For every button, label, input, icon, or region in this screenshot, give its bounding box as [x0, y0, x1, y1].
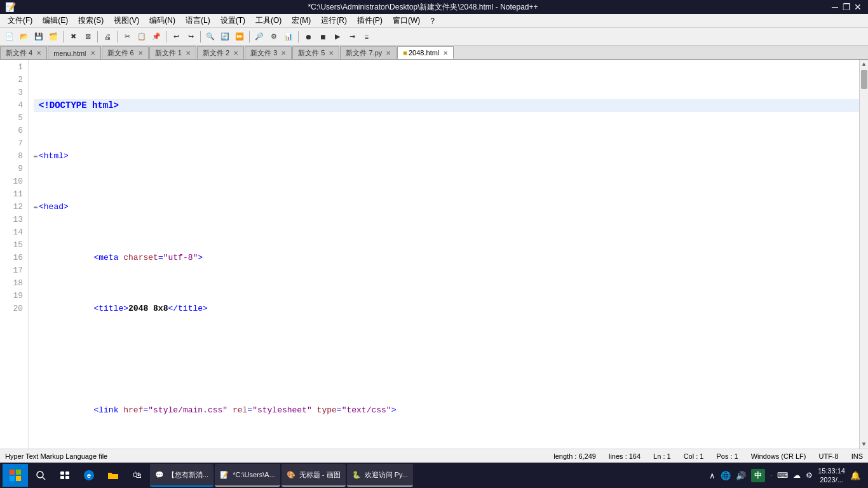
tab-newfile6[interactable]: 新文件 6 ✕: [102, 46, 149, 59]
tab-close-newfile6[interactable]: ✕: [137, 50, 144, 57]
toolbar-btn-extra3[interactable]: ≡: [360, 30, 374, 44]
tab-newfile1[interactable]: 新文件 1 ✕: [149, 46, 196, 59]
toolbar-cut[interactable]: ✂: [120, 30, 134, 44]
code-line-5[interactable]: <title>2048 8x8</title>: [34, 302, 859, 315]
toolbar-btn-macro1[interactable]: ⏺: [301, 30, 315, 44]
tray-notification[interactable]: 🔔: [850, 471, 860, 480]
taskbar-app-paint-icon: 🎨: [287, 471, 295, 479]
taskbar-app-paint[interactable]: 🎨 无标题 - 画图: [281, 464, 346, 487]
tab-close-newfile4[interactable]: ✕: [35, 50, 43, 57]
toolbar-replace[interactable]: 🔄: [218, 30, 232, 44]
code-line-7[interactable]: <link href="style/main.css" rel="stylesh…: [34, 404, 859, 417]
scrollbar-down-arrow[interactable]: ▼: [860, 440, 868, 449]
taskbar-folder[interactable]: [102, 464, 125, 487]
tab-close-newfile5[interactable]: ✕: [327, 50, 335, 57]
ime-settings[interactable]: ⚙: [806, 471, 813, 480]
taskbar-search[interactable]: [29, 464, 52, 487]
edge-icon: e: [83, 470, 95, 481]
ime-cloud[interactable]: ☁: [793, 471, 801, 480]
line-num-13: 13: [0, 214, 23, 226]
code-line-1[interactable]: <!DOCTYPE html>: [34, 99, 859, 112]
start-button[interactable]: [3, 464, 28, 487]
code-line-3[interactable]: ▬ <head>: [34, 201, 859, 214]
ime-keyboard[interactable]: ⌨: [777, 471, 788, 480]
toolbar-print[interactable]: 🖨: [100, 30, 114, 44]
menu-language[interactable]: 语言(L): [180, 14, 215, 27]
tray-network[interactable]: 🌐: [721, 471, 731, 480]
ime-punctuation[interactable]: ·: [770, 471, 772, 479]
tab-close-newfile2[interactable]: ✕: [232, 50, 240, 57]
toolbar-redo[interactable]: ↪: [184, 30, 198, 44]
code-line-4[interactable]: <meta charset="utf-8">: [34, 252, 859, 264]
toolbar-find[interactable]: 🔍: [203, 30, 217, 44]
tab-close-2048html[interactable]: ✕: [442, 49, 449, 57]
toolbar-close[interactable]: ✖: [66, 30, 80, 44]
scrollbar-up-arrow[interactable]: ▲: [860, 60, 868, 69]
toolbar-save-all[interactable]: 🗂️: [46, 30, 60, 44]
toolbar-zoom-in[interactable]: 🔎: [252, 30, 266, 44]
toolbar-new[interactable]: 📄: [3, 30, 17, 44]
menu-settings[interactable]: 设置(T): [215, 14, 250, 27]
toolbar-btn-indent[interactable]: ⇥: [345, 30, 359, 44]
toolbar-copy[interactable]: 📋: [135, 30, 149, 44]
menu-edit[interactable]: 编辑(E): [37, 14, 73, 27]
restore-button[interactable]: ❐: [841, 2, 851, 12]
toolbar-find-next[interactable]: ⏩: [233, 30, 247, 44]
toolbar-btn-extra1[interactable]: ⚙: [267, 30, 281, 44]
line-num-2: 2: [0, 74, 23, 86]
tab-close-newfile7py[interactable]: ✕: [384, 50, 392, 57]
tab-newfile5[interactable]: 新文件 5 ✕: [292, 46, 339, 59]
fold-arrow-2[interactable]: ▬: [34, 150, 39, 163]
tab-newfile2[interactable]: 新文件 2 ✕: [197, 46, 244, 59]
menu-plugins[interactable]: 插件(P): [352, 14, 388, 27]
menu-encode[interactable]: 编码(N): [144, 14, 180, 27]
tab-close-menuhtml[interactable]: ✕: [89, 50, 97, 57]
toolbar-sep5: [200, 31, 201, 43]
toolbar-btn-macro3[interactable]: ▶: [330, 30, 344, 44]
taskbar-taskview[interactable]: [53, 464, 76, 487]
tab-close-newfile1[interactable]: ✕: [184, 50, 192, 57]
toolbar-paste[interactable]: 📌: [149, 30, 163, 44]
menu-search[interactable]: 搜索(S): [73, 14, 109, 27]
code-line-6[interactable]: [34, 353, 859, 366]
menu-tools[interactable]: 工具(O): [250, 14, 287, 27]
menu-window[interactable]: 窗口(W): [388, 14, 425, 27]
tab-newfile3[interactable]: 新文件 3 ✕: [245, 46, 292, 59]
fold-arrow-3[interactable]: ▬: [34, 201, 39, 214]
tab-close-newfile3[interactable]: ✕: [280, 50, 287, 57]
close-button[interactable]: ✕: [853, 2, 863, 12]
toolbar-save[interactable]: 💾: [32, 30, 46, 44]
menu-macro[interactable]: 宏(M): [287, 14, 316, 27]
code-doctype: <!DOCTYPE html>: [39, 99, 119, 112]
vertical-scrollbar[interactable]: ▲ ▼: [859, 60, 868, 449]
tab-2048html[interactable]: ■ 2048.html ✕: [397, 46, 454, 59]
taskbar-app-notification[interactable]: 💬 【您有新消...: [150, 464, 214, 487]
tab-menuhtml[interactable]: menu.html ✕: [48, 46, 100, 59]
code-link-css: <link href="style/main.css" rel="stylesh…: [39, 391, 396, 430]
menu-file[interactable]: 文件(F): [3, 14, 37, 27]
toolbar-undo[interactable]: ↩: [169, 30, 183, 44]
minimize-button[interactable]: ─: [830, 2, 840, 12]
menu-help[interactable]: ?: [425, 15, 440, 27]
code-line-2[interactable]: ▬ <html>: [34, 150, 859, 163]
tray-arrow[interactable]: ∧: [709, 471, 715, 480]
taskbar-app-notepad[interactable]: 📝 *C:\Users\A...: [215, 464, 280, 487]
menu-run[interactable]: 运行(R): [316, 14, 352, 27]
taskbar-app-notification-label: 【您有新消...: [168, 470, 208, 480]
tray-volume[interactable]: 🔊: [736, 471, 746, 480]
tab-newfile4[interactable]: 新文件 4 ✕: [0, 46, 47, 59]
taskbar-edge[interactable]: e: [78, 464, 100, 487]
toolbar-btn-extra2[interactable]: 📊: [281, 30, 295, 44]
taskbar-clock[interactable]: 15:33:14 2023/...: [818, 466, 845, 485]
taskbar-app-python[interactable]: 🐍 欢迎访问 Py...: [347, 464, 413, 487]
svg-rect-6: [60, 471, 64, 475]
tab-newfile7py[interactable]: 新文件 7.py ✕: [340, 46, 397, 59]
toolbar-close-all[interactable]: ⊠: [81, 30, 95, 44]
taskbar-store[interactable]: 🛍: [126, 464, 149, 487]
toolbar-btn-macro2[interactable]: ⏹: [316, 30, 330, 44]
toolbar-open[interactable]: 📂: [17, 30, 31, 44]
code-editor[interactable]: <!DOCTYPE html> ▬ <html> ▬ <head> <meta …: [29, 60, 859, 449]
menu-view[interactable]: 视图(V): [109, 14, 144, 27]
scrollbar-thumb[interactable]: [861, 70, 867, 89]
ime-indicator[interactable]: 中: [751, 469, 765, 482]
